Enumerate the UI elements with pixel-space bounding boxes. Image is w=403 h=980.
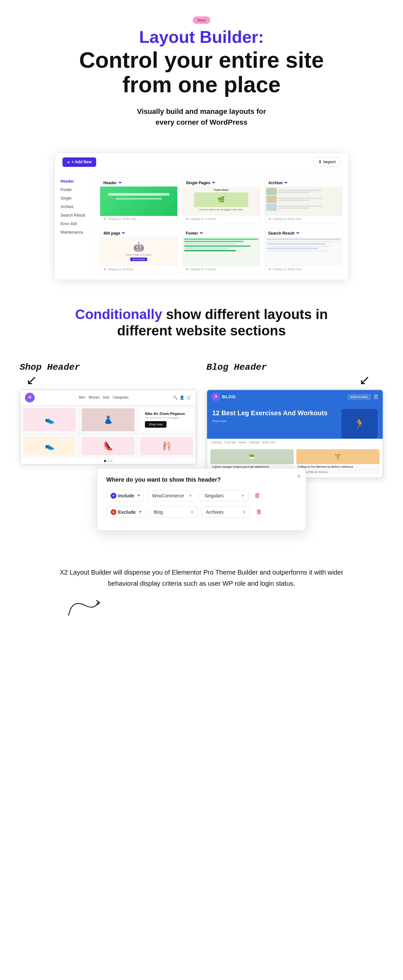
layout-builder-mockup: + + Add New ⬆ Import Header Footer Singl… bbox=[54, 153, 349, 280]
arrow-icon-left: ↙ bbox=[26, 372, 37, 387]
sidebar-item-archive[interactable]: Archive bbox=[55, 202, 94, 211]
shop-body: 👟 👗 Nike Air Zoom Pegasus The best shoes… bbox=[20, 406, 196, 464]
shop-topbar: ✕ Men Women Kids Categories 🔍 👤 🛒 bbox=[20, 390, 196, 406]
shop-product-3: 👟 bbox=[20, 434, 79, 458]
mockup-topbar: + + Add New ⬆ Import bbox=[55, 153, 348, 172]
sidebar-item-footer[interactable]: Footer bbox=[55, 186, 94, 194]
sidebar-item-error-404[interactable]: Error 404 bbox=[55, 220, 94, 228]
headers-row: Shop Header ↙ ✕ Men Women Kids Categorie… bbox=[20, 362, 383, 478]
shop-product-2: 👗 bbox=[79, 406, 137, 434]
card-404-img: 🤖 Oops! Page not found. Go to Home bbox=[100, 237, 177, 266]
shop-product-row: 👟 👗 Nike Air Zoom Pegasus The best shoes… bbox=[20, 406, 196, 434]
card-single-img: Trade Show 🌿 The best options for the bi… bbox=[182, 186, 260, 216]
archives-select[interactable]: Archives ▾ bbox=[201, 506, 250, 518]
dialog-close-button[interactable]: × bbox=[297, 473, 301, 480]
row1-delete-button[interactable]: 🗑 bbox=[252, 491, 263, 500]
hero-title-black: Control your entire site from one place bbox=[52, 48, 351, 97]
card-single-pages: Single Pages ✏ Trade Show 🌿 The best opt… bbox=[182, 178, 260, 223]
edit-icon[interactable]: ✏ bbox=[119, 181, 122, 185]
dialog-title: Where do you want to show this header? bbox=[106, 476, 297, 483]
conditional-highlight: Conditionally bbox=[75, 307, 162, 322]
arrow-icon-right: ↙ bbox=[359, 372, 370, 387]
card-archive-img bbox=[265, 186, 342, 216]
shop-nav: Men Women Kids Categories bbox=[79, 396, 129, 399]
card-footer-img bbox=[182, 237, 260, 266]
dialog-row-include: + Include ▾ WooCommerce ▾ Singulars ▾ 🗑 bbox=[106, 490, 297, 502]
headers-section: Shop Header ↙ ✕ Men Women Kids Categorie… bbox=[0, 349, 403, 478]
shop-cta-button[interactable]: Shop Now bbox=[145, 421, 167, 428]
card-search-result: Search Result ✏ bbox=[265, 228, 343, 274]
blog-back-button[interactable]: Back to story bbox=[347, 394, 371, 400]
plus-icon: + bbox=[67, 159, 70, 165]
blog-mockup: ✕ BLOG Back to story ☰ 12 Best Leg Exerc… bbox=[206, 390, 383, 478]
blog-hero-image: 🏃 bbox=[341, 409, 378, 439]
eye-icon-6: 👁 bbox=[268, 268, 271, 271]
shop-product-5: 🩰 bbox=[137, 434, 196, 458]
bottom-description: X2 Layout Builder will dispense you of E… bbox=[52, 567, 351, 589]
search-icon: 🔍 bbox=[173, 395, 178, 400]
import-button[interactable]: ⬆ Import bbox=[313, 158, 341, 167]
mockup-wrapper: + + Add New ⬆ Import Header Footer Singl… bbox=[0, 153, 403, 280]
blog-topbar: ✕ BLOG Back to story ☰ bbox=[207, 390, 383, 404]
card-archive: Archive ✏ bbox=[265, 178, 343, 223]
woocommerce-chevron-icon: ▾ bbox=[189, 493, 191, 498]
edit-icon-3[interactable]: ✏ bbox=[285, 181, 287, 185]
singulars-select[interactable]: Singulars ▾ bbox=[200, 490, 249, 501]
woocommerce-select[interactable]: WooCommerce ▾ bbox=[147, 490, 196, 501]
exclude-minus-icon: − bbox=[111, 509, 116, 515]
exclude-chevron-icon: ▾ bbox=[140, 510, 141, 514]
conditional-section: Conditionally show different layouts in … bbox=[0, 286, 403, 349]
sidebar-item-header[interactable]: Header bbox=[55, 177, 94, 186]
mockup-body: Header Footer Single Archive Search Resu… bbox=[55, 172, 348, 280]
blog-hero-title: 12 Best Leg Exercises And Workouts bbox=[212, 409, 338, 417]
import-icon: ⬆ bbox=[318, 160, 322, 164]
arrow-decoration bbox=[52, 595, 351, 622]
hero-title-colored: Layout Builder: bbox=[52, 28, 351, 46]
blog-logo: ✕ bbox=[212, 393, 220, 401]
card-search-img bbox=[265, 237, 342, 266]
user-icon: 👤 bbox=[179, 395, 184, 400]
blog-read-more[interactable]: Read more bbox=[212, 420, 338, 423]
show-header-dialog: × Where do you want to show this header?… bbox=[97, 468, 306, 531]
shop-product-detail: Nike Air Zoom Pegasus The best shoes for… bbox=[137, 406, 196, 434]
hero-section: New Layout Builder: Control your entire … bbox=[0, 0, 403, 141]
edit-icon-4[interactable]: ✏ bbox=[122, 231, 125, 235]
scribble-arrow-icon bbox=[65, 595, 105, 622]
shop-product-4: 👠 bbox=[79, 434, 137, 458]
cart-icon: 🛒 bbox=[186, 395, 191, 400]
eye-icon-3: 👁 bbox=[268, 217, 271, 221]
eye-icon: 👁 bbox=[103, 217, 106, 221]
include-plus-icon: + bbox=[111, 493, 116, 499]
eye-icon-5: 👁 bbox=[186, 268, 189, 271]
menu-icon[interactable]: ☰ bbox=[374, 394, 378, 400]
singulars-chevron-icon: ▾ bbox=[242, 493, 244, 498]
edit-icon-6[interactable]: ✏ bbox=[297, 231, 299, 235]
hero-subtitle: Visually build and manage layouts for ev… bbox=[52, 106, 351, 127]
blog-hero: 12 Best Leg Exercises And Workouts Read … bbox=[207, 404, 383, 439]
blog-logo-text: BLOG bbox=[222, 394, 236, 399]
shop-header-label: Shop Header bbox=[20, 362, 80, 372]
blog-select[interactable]: Blog ▾ bbox=[149, 506, 198, 518]
card-header: Header ✏ 👁 Display At: Entire Site bbox=[100, 178, 178, 223]
sidebar-item-search-result[interactable]: Search Result bbox=[55, 211, 94, 220]
archives-chevron-icon: ▾ bbox=[243, 510, 245, 514]
edit-icon-5[interactable]: ✏ bbox=[200, 231, 203, 235]
shop-product-1: 👟 bbox=[20, 406, 79, 434]
new-badge: New bbox=[193, 16, 211, 24]
dialog-wrapper: × Where do you want to show this header?… bbox=[20, 468, 383, 531]
conditional-title: Conditionally show different layouts in … bbox=[52, 306, 351, 339]
sidebar-item-maintenance[interactable]: Maintenance bbox=[55, 228, 94, 237]
edit-icon-2[interactable]: ✏ bbox=[212, 181, 215, 185]
mockup-sidebar: Header Footer Single Archive Search Resu… bbox=[55, 172, 94, 280]
card-404: 404 page ✏ 🤖 Oops! Page not found. Go to… bbox=[100, 228, 178, 274]
row2-delete-button[interactable]: 🗑 bbox=[254, 507, 265, 517]
exclude-button[interactable]: − Exclude ▾ bbox=[106, 506, 146, 518]
add-new-button[interactable]: + + Add New bbox=[62, 158, 96, 167]
shop-logo: ✕ bbox=[25, 393, 35, 402]
new-badge-wrapper: New bbox=[52, 16, 351, 28]
dialog-row-exclude: − Exclude ▾ Blog ▾ Archives ▾ 🗑 bbox=[106, 506, 297, 518]
mockup-grid: Header ✏ 👁 Display At: Entire Site bbox=[94, 172, 348, 280]
include-button[interactable]: + Include ▾ bbox=[106, 490, 144, 502]
blog-chevron-icon: ▾ bbox=[191, 510, 193, 514]
sidebar-item-single[interactable]: Single bbox=[55, 194, 94, 202]
